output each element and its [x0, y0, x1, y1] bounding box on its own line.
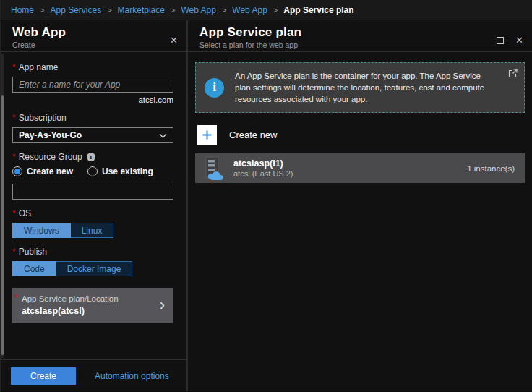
info-icon: i [205, 78, 224, 98]
os-label-text: OS [19, 208, 31, 218]
app-service-plan-selector-label: App Service plan/Location [22, 294, 119, 303]
create-new-label: Create new [229, 129, 277, 140]
app-name-domain-suffix: atcsl.com [12, 95, 173, 104]
scrollbar[interactable] [1, 54, 4, 358]
required-marker: * [12, 152, 16, 162]
required-marker: * [12, 247, 16, 257]
required-marker: * [14, 293, 18, 303]
breadcrumb-separator: > [40, 6, 44, 14]
info-banner-text: An App Service plan is the container for… [235, 70, 515, 105]
publish-label: * Publish [12, 247, 173, 257]
app-name-input[interactable] [12, 77, 173, 93]
breadcrumb-separator: > [107, 6, 111, 14]
breadcrumb-marketplace[interactable]: Marketplace [118, 5, 165, 15]
close-icon[interactable]: ✕ [515, 35, 523, 45]
app-name-label: * App name [12, 62, 173, 72]
web-app-blade-header: Web App Create ✕ [1, 20, 186, 52]
publish-code-button[interactable]: Code [12, 261, 56, 276]
radio-use-existing[interactable]: Use existing [87, 166, 153, 176]
plan-list-item[interactable]: atcslasp(I1) atcsl (East US 2) 1 instanc… [195, 153, 525, 183]
web-app-form: * App name atcsl.com * Subscription Pay-… [1, 52, 186, 323]
azure-portal-window: Home > App Services > Marketplace > Web … [0, 0, 532, 392]
breadcrumb-separator: > [222, 6, 226, 14]
app-service-plan-blade-titles: App Service plan Select a plan for the w… [200, 25, 301, 51]
subscription-label-text: Subscription [19, 113, 66, 123]
app-service-plan-selector[interactable]: * App Service plan/Location atcslasp(atc… [12, 288, 173, 323]
breadcrumb-web-app-2[interactable]: Web App [232, 5, 267, 15]
required-marker: * [12, 62, 16, 72]
blade-container: Web App Create ✕ * App name atcsl.com [1, 20, 532, 391]
scrollbar-thumb[interactable] [1, 95, 4, 355]
plus-icon [197, 125, 217, 145]
app-service-plan-icon [202, 156, 224, 181]
chevron-down-icon [159, 130, 167, 140]
radio-create-new-label: Create new [27, 166, 73, 176]
external-link-icon[interactable] [508, 68, 518, 81]
plan-name: atcslasp(I1) [233, 158, 458, 169]
required-marker: * [12, 208, 16, 218]
web-app-create-blade: Web App Create ✕ * App name atcsl.com [1, 20, 188, 391]
chevron-right-icon: › [160, 296, 166, 315]
close-icon[interactable]: ✕ [170, 35, 178, 45]
blade-title: Web App [12, 25, 66, 40]
resource-group-input[interactable] [12, 184, 173, 200]
automation-options-link[interactable]: Automation options [95, 371, 169, 381]
subscription-label: * Subscription [12, 113, 173, 123]
subscription-selected-value: Pay-As-You-Go [19, 130, 82, 140]
publish-toggle-group: Code Docker Image [12, 261, 173, 276]
breadcrumb: Home > App Services > Marketplace > Web … [1, 0, 532, 20]
resource-group-label: * Resource Group i [12, 152, 173, 162]
os-label: * OS [12, 208, 173, 218]
breadcrumb-app-services[interactable]: App Services [50, 5, 101, 15]
plan-instance-count: 1 instance(s) [467, 164, 515, 173]
info-banner: i An App Service plan is the container f… [195, 62, 525, 113]
app-service-plan-body: i An App Service plan is the container f… [188, 52, 532, 183]
os-toggle-group: Windows Linux [12, 223, 173, 238]
app-service-plan-selector-value: atcslasp(atcsl) [22, 306, 119, 316]
breadcrumb-home[interactable]: Home [11, 5, 34, 15]
radio-create-new[interactable]: Create new [12, 166, 73, 176]
os-windows-button[interactable]: Windows [12, 223, 71, 238]
maximize-icon[interactable] [497, 37, 504, 44]
breadcrumb-current: App Service plan [283, 5, 353, 15]
app-name-label-text: App name [19, 62, 59, 72]
create-new-plan-button[interactable]: Create new [197, 125, 525, 145]
app-service-plan-selector-text: * App Service plan/Location atcslasp(atc… [22, 294, 119, 316]
breadcrumb-web-app-1[interactable]: Web App [181, 5, 215, 15]
app-service-plan-blade: App Service plan Select a plan for the w… [188, 20, 532, 391]
radio-use-existing-label: Use existing [102, 166, 153, 176]
app-service-plan-blade-header: App Service plan Select a plan for the w… [188, 20, 532, 52]
plan-detail: atcsl (East US 2) [233, 169, 458, 178]
app-service-plan-selector-label-row: * App Service plan/Location [22, 294, 119, 303]
blade-header-icons: ✕ [497, 25, 523, 51]
blade-header-icons: ✕ [170, 25, 178, 51]
web-app-blade-titles: Web App Create [12, 25, 66, 51]
web-app-blade-footer: Create Automation options [1, 359, 186, 391]
blade-subtitle: Select a plan for the web app [200, 41, 301, 49]
required-marker: * [12, 113, 16, 123]
breadcrumb-separator: > [273, 6, 278, 14]
create-button[interactable]: Create [11, 367, 76, 385]
publish-docker-button[interactable]: Docker Image [56, 261, 133, 276]
radio-selected-icon[interactable] [12, 166, 22, 176]
info-icon[interactable]: i [87, 153, 95, 161]
os-linux-button[interactable]: Linux [71, 223, 114, 238]
resource-group-label-text: Resource Group [19, 152, 82, 162]
subscription-select[interactable]: Pay-As-You-Go [12, 127, 173, 143]
blade-title: App Service plan [200, 25, 301, 40]
plan-text: atcslasp(I1) atcsl (East US 2) [233, 158, 458, 178]
publish-label-text: Publish [19, 247, 47, 257]
radio-unselected-icon[interactable] [87, 166, 98, 176]
blade-subtitle: Create [12, 41, 66, 49]
breadcrumb-separator: > [171, 6, 175, 14]
resource-group-radio-group: Create new Use existing [12, 166, 173, 176]
